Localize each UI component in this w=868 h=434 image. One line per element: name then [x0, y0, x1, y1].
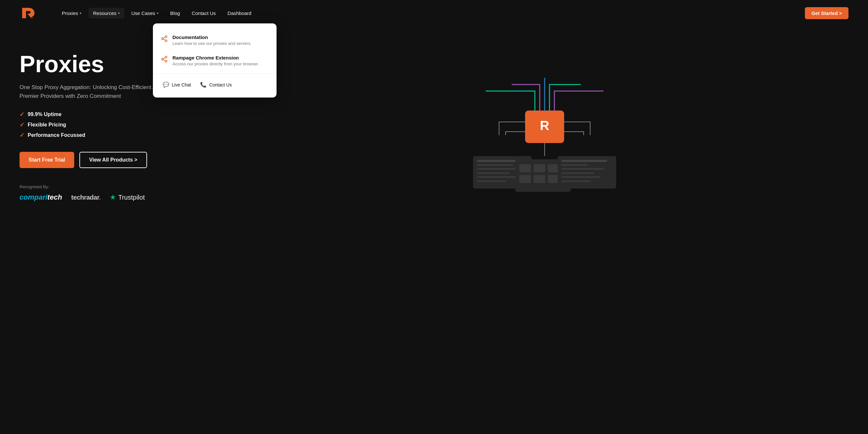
nav-blog[interactable]: Blog: [165, 8, 184, 19]
nav-resources[interactable]: Resources ▾: [89, 8, 124, 19]
nav-dashboard[interactable]: Dashboard: [223, 8, 256, 19]
nav-proxies[interactable]: Proxies ▾: [57, 8, 86, 19]
svg-rect-32: [561, 180, 591, 182]
hero-buttons: Start Free Trial View All Products >: [20, 152, 241, 168]
view-products-button[interactable]: View All Products >: [80, 152, 147, 168]
hero-right: R: [241, 45, 848, 208]
chevron-down-icon: ▾: [118, 11, 120, 15]
nav-links: Proxies ▾ Resources ▾ Use Cases ▾ Blog C…: [57, 8, 805, 19]
hero-features: ✓ 99.9% Uptime ✓ Flexible Pricing ✓ Perf…: [20, 111, 241, 139]
resources-dropdown: Documentation Learn how to use our proxi…: [153, 24, 277, 98]
dropdown-item-documentation[interactable]: Documentation Learn how to use our proxi…: [153, 30, 277, 51]
start-trial-button[interactable]: Start Free Trial: [20, 152, 74, 168]
techradar-logo: techradar.: [71, 194, 101, 201]
feature-performance: ✓ Performance Focussed: [20, 132, 241, 139]
svg-rect-21: [533, 164, 545, 172]
feature-uptime: ✓ 99.9% Uptime: [20, 111, 241, 118]
svg-line-3: [163, 39, 165, 40]
star-icon: ★: [110, 193, 116, 202]
chat-icon: 💬: [163, 81, 169, 88]
recognised-logos: comparitech techradar. ★ Trustpilot: [20, 193, 241, 202]
svg-rect-16: [477, 172, 509, 174]
hero-section: Proxies One Stop Proxy Aggregation: Unlo…: [0, 26, 868, 234]
nav-use-cases[interactable]: Use Cases ▾: [127, 8, 163, 19]
navbar: Proxies ▾ Resources ▾ Use Cases ▾ Blog C…: [0, 0, 868, 26]
svg-line-8: [163, 60, 165, 61]
comparitech-logo: comparitech: [20, 193, 62, 202]
dropdown-footer: 💬 Live Chat 📞 Contact Us: [153, 76, 277, 91]
doc-title: Documentation: [173, 34, 251, 40]
network-diagram: R: [460, 59, 629, 195]
chevron-down-icon: ▾: [157, 11, 158, 15]
svg-rect-23: [519, 175, 531, 183]
recognised-label: Recognised By:: [20, 184, 241, 189]
nav-contact[interactable]: Contact Us: [187, 8, 220, 19]
svg-text:R: R: [540, 118, 550, 133]
dropdown-live-chat[interactable]: 💬 Live Chat: [158, 78, 195, 91]
svg-rect-24: [533, 175, 545, 183]
get-started-button[interactable]: Get Started >: [805, 7, 848, 19]
ext-title: Rampage Chrome Extension: [173, 55, 259, 61]
feature-pricing: ✓ Flexible Pricing: [20, 121, 241, 128]
recognised-section: Recognised By: comparitech techradar. ★ …: [20, 184, 241, 202]
svg-rect-29: [561, 168, 604, 170]
svg-rect-14: [477, 164, 513, 166]
svg-rect-18: [477, 180, 506, 182]
phone-icon: 📞: [200, 81, 207, 88]
dropdown-contact-us[interactable]: 📞 Contact Us: [195, 78, 236, 91]
svg-rect-15: [477, 168, 519, 170]
chevron-down-icon: ▾: [80, 11, 81, 15]
svg-rect-27: [561, 160, 607, 162]
svg-line-9: [163, 58, 165, 59]
svg-line-4: [163, 37, 165, 38]
svg-rect-31: [561, 176, 600, 178]
svg-rect-28: [561, 164, 588, 166]
nav-right: Get Started >: [805, 7, 848, 19]
svg-rect-30: [561, 172, 594, 174]
doc-subtitle: Learn how to use our proxies and servers…: [173, 41, 251, 46]
logo[interactable]: [20, 6, 38, 20]
ext-subtitle: Access our proxies directly from your br…: [173, 61, 259, 66]
dropdown-item-chrome-extension[interactable]: Rampage Chrome Extension Access our prox…: [153, 51, 277, 71]
check-icon: ✓: [20, 121, 24, 128]
svg-rect-20: [519, 164, 531, 172]
trustpilot-logo: ★ Trustpilot: [110, 193, 145, 202]
dropdown-divider: [153, 73, 277, 74]
svg-rect-17: [477, 176, 516, 178]
check-icon: ✓: [20, 111, 24, 118]
check-icon: ✓: [20, 132, 24, 139]
